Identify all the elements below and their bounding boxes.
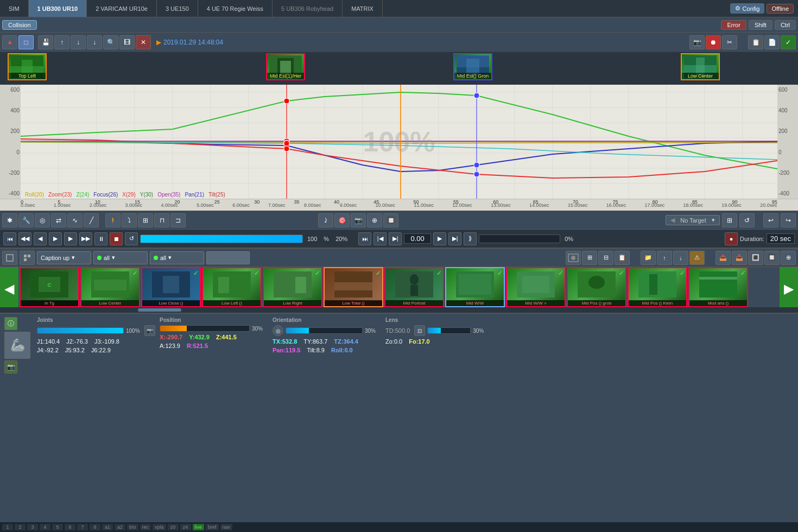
collision-button[interactable]: Collision [2, 20, 37, 30]
transport-fast-fwd[interactable]: ▶▶ [79, 232, 92, 245]
target-dropdown[interactable]: ◀ No Target ▾ [666, 215, 720, 225]
joints-slider[interactable] [37, 327, 124, 334]
shot-item-5[interactable]: ✓ Low Total () [324, 267, 383, 307]
tool2-redo[interactable]: ↪ [781, 213, 796, 227]
tab-ub306[interactable]: 5 UB306 Robyhead [273, 0, 343, 17]
record-dot[interactable]: ● [725, 232, 738, 245]
transport-step-fwd[interactable]: ▶ [64, 232, 77, 245]
transport-stop[interactable]: ⏹ [110, 232, 123, 245]
position-slider[interactable] [160, 325, 250, 332]
shot-btn-13[interactable]: ⊕ [781, 251, 796, 265]
tool-film-btn[interactable]: 🎞 [119, 35, 135, 49]
shot-btn-4[interactable]: ⊟ [598, 251, 613, 265]
tool2-undo[interactable]: ↩ [763, 213, 778, 227]
tool2-5[interactable]: ∿ [67, 213, 83, 227]
shot-item-1[interactable]: ✓ Low Center [80, 267, 140, 307]
tab-ue70[interactable]: 4 UE 70 Regie Weiss [198, 0, 273, 17]
tool2-16[interactable]: 🔲 [383, 213, 398, 227]
tool2-18[interactable]: ↺ [739, 213, 755, 227]
shot-item-8[interactable]: ✓ Mid W/W > [506, 267, 566, 307]
playback-progress[interactable] [140, 235, 303, 243]
shot-preview-btn[interactable] [566, 251, 581, 265]
shot-item-0[interactable]: C In Tg [20, 267, 79, 307]
tab-ub300[interactable]: 1 UB300 UR10 [29, 0, 87, 17]
transport-end[interactable]: ⏭ [358, 232, 371, 245]
tool2-14[interactable]: 📷 [351, 213, 366, 227]
shot-item-7[interactable]: ✓ Mid W/W [445, 267, 505, 307]
transport-fwd2[interactable]: ▶| [448, 232, 461, 245]
transport-extra[interactable]: ⟫ [464, 232, 477, 245]
shot-item-3[interactable]: ✓ Low Left () [202, 267, 262, 307]
joints-cam-btn[interactable]: 📷 [144, 325, 155, 336]
shot-nav-right[interactable]: ▶ [780, 267, 798, 307]
shift-button[interactable]: Shift [749, 20, 772, 30]
tab-sim[interactable]: SIM [0, 0, 29, 17]
transport-pause[interactable]: ⏸ [94, 232, 107, 245]
camera-snap-btn[interactable]: 📷 [689, 35, 705, 49]
shot-warn-btn[interactable]: ⚠ [689, 251, 705, 265]
shot-btn-12[interactable]: 🔲 [764, 251, 780, 265]
error-button[interactable]: Error [721, 20, 746, 30]
transport-mark-in[interactable]: |◀ [373, 232, 387, 245]
tool-download-btn[interactable]: ↓ [71, 35, 86, 49]
keyframe-thumb-2[interactable]: Mid Est(1)/Her [266, 53, 305, 80]
tool-rect-btn[interactable]: □ [18, 35, 34, 49]
shot-search-input[interactable] [206, 251, 250, 264]
tool2-1[interactable]: ✱ [2, 213, 17, 227]
shot-btn-2[interactable] [20, 251, 35, 265]
shot-btn-1[interactable] [2, 251, 17, 265]
tool-save-btn[interactable]: 💾 [38, 35, 53, 49]
caption-dropdown[interactable]: Caption up ▾ [37, 251, 91, 264]
tool2-11[interactable]: ⊐ [170, 213, 186, 227]
shot-btn-11[interactable]: 🔳 [748, 251, 763, 265]
tool2-7[interactable]: 🚶 [105, 213, 121, 227]
tab-matrix[interactable]: MATRIX [343, 0, 383, 17]
ctrl-button[interactable]: Ctrl [775, 20, 796, 30]
tool-check-btn[interactable]: ✓ [781, 35, 796, 49]
shot-btn-5[interactable]: 📋 [615, 251, 630, 265]
shot-item-11[interactable]: ✓ Mod ans () [688, 267, 748, 307]
keyframe-thumb-3[interactable]: Mid Est() Gron [453, 53, 492, 80]
tool-scissors-btn[interactable]: ✂ [722, 35, 737, 49]
joints-icon-btn-2[interactable]: 📷 [4, 360, 17, 373]
shot-item-10[interactable]: ✓ Mid Pos () Klein [628, 267, 687, 307]
tool-delete-btn[interactable]: ✕ [136, 35, 151, 49]
shot-nav-left[interactable]: ◀ [0, 267, 18, 307]
offline-button[interactable]: Offline [767, 4, 794, 14]
keyframe-thumb-1[interactable]: Top Left [8, 53, 47, 80]
tool-paste-btn[interactable]: 📄 [764, 35, 780, 49]
transport-play2[interactable]: ▶ [433, 232, 446, 245]
tool2-10[interactable]: ⊓ [154, 213, 169, 227]
shot-btn-6[interactable]: 📁 [641, 251, 656, 265]
tool-select-btn[interactable]: 🔺 [2, 35, 17, 49]
shot-btn-7[interactable]: ↑ [657, 251, 672, 265]
tool2-3[interactable]: ◎ [35, 213, 50, 227]
shot-btn-10[interactable]: 📥 [732, 251, 747, 265]
transport-mark-out[interactable]: ▶| [389, 232, 402, 245]
tool2-17[interactable]: ⊞ [722, 213, 737, 227]
config-button[interactable]: ⚙ Config [730, 3, 765, 14]
transport-loop[interactable]: ↺ [125, 232, 138, 245]
tool2-2[interactable]: 🔧 [18, 213, 34, 227]
tool2-4[interactable]: ⇄ [51, 213, 66, 227]
transport-prev-frame[interactable]: ◀◀ [18, 232, 31, 245]
keyframe-thumb-4[interactable]: Low Center [681, 53, 720, 80]
orientation-slider[interactable] [286, 327, 363, 334]
shot-btn-3[interactable]: ⊞ [582, 251, 597, 265]
tool-zoom-btn[interactable]: 🔍 [103, 35, 118, 49]
transport-play[interactable]: ▶ [49, 232, 62, 245]
tool-upload-btn[interactable]: ↑ [54, 35, 69, 49]
record-btn[interactable]: ⏺ [706, 35, 721, 49]
tool2-8[interactable]: ⤵ [122, 213, 137, 227]
transport-step-back[interactable]: ◀ [34, 232, 47, 245]
tool2-13[interactable]: 🎯 [334, 213, 350, 227]
shot-item-2[interactable]: ✓ Low Close () [141, 267, 201, 307]
joints-icon-btn-1[interactable]: ⓘ [4, 317, 17, 330]
shot-item-6[interactable]: ✓ Mid Portrait [384, 267, 444, 307]
shot-btn-9[interactable]: 📤 [715, 251, 731, 265]
shot-scroll-track[interactable] [0, 307, 798, 313]
loop-progress[interactable] [479, 235, 560, 243]
tool2-9[interactable]: ⊞ [138, 213, 153, 227]
tool2-12[interactable]: ⤸ [318, 213, 333, 227]
tab-varicam[interactable]: 2 VARICAM UR10e [87, 0, 157, 17]
